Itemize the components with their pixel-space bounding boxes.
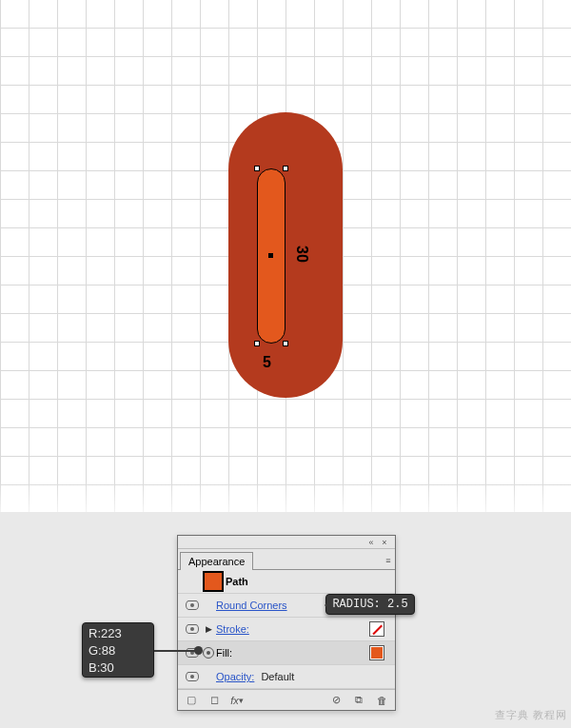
opacity-value: Default	[257, 671, 294, 682]
no-fill-icon[interactable]: ▢	[184, 694, 199, 707]
visibility-eye-icon[interactable]	[186, 600, 199, 610]
path-label: Path	[226, 576, 389, 587]
appearance-panel: « × Appearance ≡ Path Round Corners ▶ St…	[177, 535, 396, 711]
panel-tabs: Appearance ≡	[178, 549, 395, 570]
dimension-width-label: 5	[263, 354, 271, 371]
delete-item-icon[interactable]: 🗑	[374, 694, 389, 707]
selection-center-point[interactable]	[268, 253, 273, 258]
round-corners-link[interactable]: Round Corners	[216, 600, 287, 611]
duplicate-item-icon[interactable]: ⧉	[351, 694, 366, 707]
row-opacity[interactable]: Opacity: Default	[178, 665, 395, 689]
row-fill[interactable]: Fill:	[178, 641, 395, 665]
selection-handle[interactable]	[283, 166, 288, 171]
stroke-box-icon[interactable]: ◻	[207, 694, 222, 707]
fx-menu-icon[interactable]: fx▾	[229, 694, 245, 707]
panel-body: Path Round Corners ▶ Stroke: Fill: Opaci…	[178, 570, 395, 689]
selection-handle[interactable]	[254, 341, 260, 346]
selection-handle[interactable]	[254, 166, 260, 171]
panel-close-icon[interactable]: ×	[378, 537, 391, 548]
artboard[interactable]: 5 30	[0, 0, 571, 512]
radius-tooltip: RADIUS: 2.5	[325, 594, 415, 615]
fill-swatch[interactable]	[369, 645, 384, 660]
visibility-eye-icon[interactable]	[186, 672, 199, 681]
disclosure-triangle-icon[interactable]: ▶	[201, 624, 216, 634]
stroke-swatch-none[interactable]	[369, 621, 384, 637]
visibility-eye-icon[interactable]	[186, 624, 199, 634]
rgb-tooltip: R:223 G:88 B:30	[82, 622, 154, 678]
opacity-link[interactable]: Opacity:	[216, 671, 254, 682]
tooltip-connector-line	[154, 650, 196, 652]
row-stroke[interactable]: ▶ Stroke:	[178, 618, 395, 641]
rgb-r: R:223	[89, 625, 148, 642]
panel-collapse-icon[interactable]: «	[364, 537, 378, 548]
selection-handle[interactable]	[283, 341, 288, 346]
row-path[interactable]: Path	[178, 570, 395, 594]
outer-rounded-rect[interactable]	[228, 112, 343, 398]
path-swatch[interactable]	[203, 571, 224, 592]
panel-footer: ▢ ◻ fx▾ ⊘ ⧉ 🗑	[178, 689, 395, 710]
stroke-link[interactable]: Stroke:	[216, 623, 249, 635]
panel-menu-icon[interactable]: ≡	[382, 555, 395, 566]
tab-appearance[interactable]: Appearance	[180, 552, 253, 570]
rgb-b: B:30	[89, 659, 148, 677]
target-icon[interactable]	[203, 647, 214, 659]
panel-titlebar[interactable]: « ×	[178, 536, 395, 549]
tooltip-connector-dot	[194, 646, 203, 655]
rgb-g: G:88	[89, 642, 148, 659]
fill-label: Fill:	[216, 647, 364, 659]
clear-appearance-icon[interactable]: ⊘	[328, 694, 344, 707]
dimension-height-label: 30	[293, 246, 310, 263]
watermark-text: 查字典 教程网	[495, 708, 567, 722]
